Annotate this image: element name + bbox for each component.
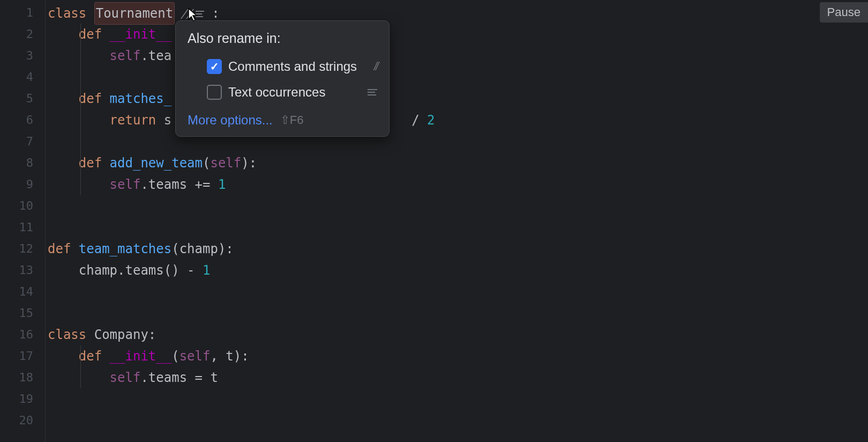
option-label: Comments and strings <box>228 59 365 74</box>
attr: .teams <box>140 370 187 385</box>
paren-open: ( <box>203 156 210 171</box>
id: champ <box>79 263 117 278</box>
keyword-return: return <box>110 113 156 128</box>
code-line[interactable]: return s / 2 <box>48 109 868 131</box>
line-number: 20 <box>0 410 45 431</box>
line-number: 6 <box>0 109 45 131</box>
keyword-class: class <box>48 327 86 342</box>
self-ref: self <box>110 370 141 385</box>
rename-option-text[interactable]: Text occurrences <box>188 79 377 105</box>
function-name: __init__ <box>110 349 172 364</box>
code-line[interactable] <box>48 67 868 88</box>
code-line[interactable] <box>48 410 868 431</box>
paren-close: ): <box>218 241 234 256</box>
shortcut-label: ⇧F6 <box>280 113 304 127</box>
code-line[interactable]: champ.teams() - 1 <box>48 260 868 281</box>
self-ref: self <box>110 48 141 63</box>
paren-open: ( <box>171 349 179 364</box>
param: champ <box>179 241 218 256</box>
class-name: Company <box>94 327 148 342</box>
operator: = <box>187 370 210 385</box>
line-number-gutter: 1 2 3 4 5 6 7 8 9 10 11 12 13 14 15 16 1… <box>0 0 46 442</box>
code-line[interactable]: self.tea <box>48 45 868 67</box>
call: .teams() <box>117 263 179 278</box>
paren-close: ): <box>234 349 249 364</box>
paren-open: ( <box>171 241 179 256</box>
operator: - <box>179 263 203 278</box>
line-number: 15 <box>0 303 45 324</box>
keyword-def: def <box>48 241 71 256</box>
checkbox-text[interactable] <box>207 85 222 100</box>
line-number: 1 <box>0 2 45 24</box>
text-occurrences-icon <box>368 89 377 95</box>
line-number: 14 <box>0 281 45 303</box>
code-line[interactable]: def __init__ <box>48 24 868 45</box>
id: s <box>164 113 171 128</box>
code-line[interactable]: self.teams += 1 <box>48 174 868 195</box>
code-line[interactable] <box>48 281 868 303</box>
line-number: 9 <box>0 174 45 195</box>
line-number: 2 <box>0 24 45 45</box>
line-number: 10 <box>0 195 45 217</box>
line-number: 13 <box>0 260 45 281</box>
function-name: team_matches <box>79 241 171 256</box>
line-number: 5 <box>0 88 45 109</box>
comma: , <box>210 349 226 364</box>
code-line[interactable] <box>48 131 868 152</box>
code-line[interactable] <box>48 388 868 410</box>
function-name: add_new_team <box>110 156 203 171</box>
popup-more-row: More options... ⇧F6 <box>188 113 377 128</box>
code-line[interactable] <box>48 195 868 217</box>
code-line[interactable]: class Tournament// : <box>48 2 868 24</box>
code-editor[interactable]: class Tournament// : def __init__ self.t… <box>46 0 868 442</box>
code-line[interactable]: self.teams = t <box>48 367 868 388</box>
self-param: self <box>179 349 211 364</box>
number: 2 <box>427 113 435 128</box>
code-line[interactable]: class Company: <box>48 324 868 345</box>
id: t <box>210 370 218 385</box>
keyword-def: def <box>79 349 102 364</box>
more-options-link[interactable]: More options... <box>188 113 273 128</box>
keyword-def: def <box>79 91 102 106</box>
code-line[interactable]: def add_new_team(self): <box>48 152 868 174</box>
colon: : <box>212 6 219 21</box>
line-number: 18 <box>0 367 45 388</box>
option-label: Text occurrences <box>228 85 359 100</box>
colon: : <box>148 327 156 342</box>
operator: / <box>411 113 419 128</box>
line-number: 17 <box>0 345 45 367</box>
self-ref: self <box>110 177 141 192</box>
rename-input[interactable]: Tournament <box>94 2 175 25</box>
keyword-class: class <box>48 6 86 21</box>
line-number: 4 <box>0 67 45 88</box>
paren-close: ): <box>241 156 257 171</box>
comments-icon: // <box>374 60 377 73</box>
line-number: 11 <box>0 217 45 238</box>
code-line[interactable] <box>48 303 868 324</box>
operator: += <box>187 177 218 192</box>
keyword-def: def <box>79 156 102 171</box>
rename-options-popup: Also rename in: Comments and strings // … <box>175 20 390 137</box>
line-number: 16 <box>0 324 45 345</box>
line-number: 19 <box>0 388 45 410</box>
attr: .teams <box>140 177 187 192</box>
attr: .tea <box>140 48 171 63</box>
checkbox-comments[interactable] <box>207 59 222 74</box>
text-occurrences-icon[interactable] <box>196 11 204 17</box>
line-number: 3 <box>0 45 45 67</box>
keyword-def: def <box>79 27 102 42</box>
function-name: matches_ <box>110 91 172 106</box>
rename-option-comments[interactable]: Comments and strings // <box>188 54 377 79</box>
pause-button[interactable]: Pause <box>820 2 868 23</box>
param: t <box>226 349 233 364</box>
line-number: 12 <box>0 238 45 260</box>
code-line[interactable]: def team_matches(champ): <box>48 238 868 260</box>
number: 1 <box>203 263 210 278</box>
code-line[interactable] <box>48 217 868 238</box>
code-line[interactable]: def __init__(self, t): <box>48 345 868 367</box>
line-number: 8 <box>0 152 45 174</box>
function-name: __init__ <box>110 27 172 42</box>
code-line[interactable]: def matches_ <box>48 88 868 109</box>
popup-title: Also rename in: <box>188 31 377 46</box>
number: 1 <box>218 177 226 192</box>
